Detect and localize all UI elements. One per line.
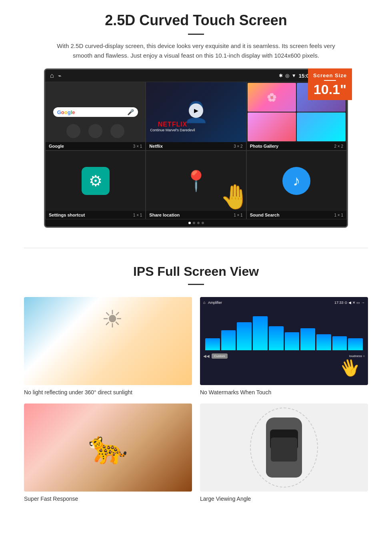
settings-app-name: Settings shortcut xyxy=(49,213,85,217)
netflix-app-size: 3 × 2 xyxy=(234,144,243,149)
maps-app-size: 1 × 1 xyxy=(234,213,243,217)
section1-description: With 2.5D curved-display screen, this de… xyxy=(56,41,336,60)
ghost-icon-2 xyxy=(88,124,102,138)
dot-4[interactable] xyxy=(202,222,204,224)
gallery-thumb-3 xyxy=(248,112,296,141)
feature-car: Large Viewing Angle xyxy=(200,403,368,502)
wifi-icon: ▼ xyxy=(292,73,296,78)
app-cell-settings[interactable]: ⚙ Settings shortcut 1 × 1 xyxy=(45,151,146,219)
eq-bar-8 xyxy=(316,334,331,350)
home-icon[interactable]: ⌂ xyxy=(50,72,54,79)
amp-custom-button[interactable]: Custom xyxy=(212,353,228,359)
settings-icon-circle: ⚙ xyxy=(82,167,110,195)
eq-bar-5 xyxy=(269,326,284,350)
usb-icon: ⌁ xyxy=(58,72,61,79)
maps-bg: 📍 🤚 xyxy=(146,151,246,211)
netflix-bg: NETFLIX Continue Marvel's Daredevil xyxy=(146,82,246,142)
google-app-name: Google xyxy=(49,144,64,149)
device-frame: ⌂ ⌁ ✱ ◎ ▼ 15:06 📷 🔊 ✕ ▭ xyxy=(44,68,348,228)
bluetooth-icon: ✱ xyxy=(279,73,283,78)
settings-bg: ⚙ xyxy=(46,151,145,211)
google-search-bar[interactable]: Google 🎤 xyxy=(53,107,138,117)
pagination-dots xyxy=(45,219,347,227)
amp-skip-icon: ◀◀ xyxy=(203,354,210,358)
section1-title: 2.5D Curved Touch Screen xyxy=(24,12,368,29)
gallery-app-name: Photo Gallery xyxy=(250,144,279,149)
app-cell-maps[interactable]: 📍 🤚 Share location 1 × 1 xyxy=(146,151,246,219)
app-grid-row2: ⚙ Settings shortcut 1 × 1 📍 🤚 xyxy=(45,151,347,219)
car-roof xyxy=(271,438,297,462)
google-cell-inner: Google 🎤 xyxy=(46,82,145,142)
car-body xyxy=(266,417,302,478)
feature-amplifier-image: ⌂ Amplifier 17:33 ⊙ ◀ ✕ ▭ → xyxy=(200,297,368,385)
section2-underline xyxy=(188,284,204,285)
section-divider xyxy=(24,248,368,248)
netflix-logo-overlay: NETFLIX Continue Marvel's Daredevil xyxy=(150,121,195,132)
netflix-label-row: Netflix 3 × 2 xyxy=(146,142,246,150)
feature-amplifier: ⌂ Amplifier 17:33 ⊙ ◀ ✕ ▭ → xyxy=(200,297,368,395)
amplifier-caption: No Watermarks When Touch xyxy=(200,389,368,395)
sound-bg: ♪ xyxy=(247,151,346,211)
google-logo: Google xyxy=(57,109,75,115)
netflix-subtitle: Continue Marvel's Daredevil xyxy=(150,128,195,132)
netflix-cell-inner: NETFLIX Continue Marvel's Daredevil xyxy=(146,82,246,142)
badge-size: 10.1" xyxy=(311,82,349,96)
amp-status: 17:33 ⊙ ◀ ✕ ▭ → xyxy=(334,301,365,305)
dot-2[interactable] xyxy=(193,222,195,224)
ghost-icon-3 xyxy=(110,124,124,138)
settings-cell-inner: ⚙ xyxy=(46,151,145,211)
app-cell-google[interactable]: Google 🎤 Google xyxy=(45,82,146,151)
amp-home-icon: ⌂ xyxy=(203,300,206,305)
feature-cheetah-image: 🐆 xyxy=(24,403,192,492)
app-grid-row1: Google 🎤 Google xyxy=(45,82,347,151)
sound-app-name: Sound Search xyxy=(250,213,280,217)
gallery-thumb-1: 🌸 xyxy=(248,83,296,112)
badge-title: Screen Size xyxy=(311,72,349,78)
sound-cell-inner: ♪ xyxy=(247,151,346,211)
google-bg: Google 🎤 xyxy=(46,82,145,142)
maps-logo-icon: 📍 xyxy=(184,169,208,193)
netflix-play-button[interactable] xyxy=(189,103,203,118)
device-mockup: Screen Size 10.1" ⌂ ⌁ ✱ ◎ ▼ 15:06 📷 🔊 ✕ … xyxy=(44,68,348,228)
dot-1[interactable] xyxy=(188,222,191,224)
amplifier-bg: ⌂ Amplifier 17:33 ⊙ ◀ ✕ ▭ → xyxy=(200,297,368,385)
feature-cheetah: 🐆 Super Fast Response xyxy=(24,403,192,502)
sun-rays-icon: ☀ xyxy=(102,305,123,333)
netflix-app-name: Netflix xyxy=(149,144,163,149)
eq-bar-1 xyxy=(205,338,220,350)
google-mic-icon[interactable]: 🎤 xyxy=(127,109,134,115)
eq-bar-3 xyxy=(237,322,252,350)
settings-app-size: 1 × 1 xyxy=(133,213,142,217)
eq-bar-2 xyxy=(221,330,236,350)
amp-footer: ◀◀ Custom loudness ○ xyxy=(203,353,365,359)
car-bg xyxy=(200,403,368,492)
title-underline-1 xyxy=(188,34,204,35)
eq-bar-10 xyxy=(348,338,363,350)
app-cell-sound[interactable]: ♪ Sound Search 1 × 1 xyxy=(246,151,347,219)
settings-gear-icon: ⚙ xyxy=(89,172,102,190)
google-label-row: Google 3 × 1 xyxy=(46,142,145,150)
feature-sunlight: ☀ No light reflecting under 360° direct … xyxy=(24,297,192,395)
amp-title: Amplifier xyxy=(208,301,332,305)
sound-label-row: Sound Search 1 × 1 xyxy=(247,211,346,219)
status-bar: ⌂ ⌁ ✱ ◎ ▼ 15:06 📷 🔊 ✕ ▭ xyxy=(45,70,347,82)
eq-bar-4 xyxy=(253,316,268,350)
sound-icon-circle: ♪ xyxy=(282,167,310,195)
sunlight-caption: No light reflecting under 360° direct su… xyxy=(24,389,192,395)
feature-sunlight-image: ☀ xyxy=(24,297,192,385)
gallery-thumb-4 xyxy=(297,112,346,141)
amp-equalizer xyxy=(203,310,365,350)
ghost-icon-1 xyxy=(66,124,80,138)
section2-title: IPS Full Screen View xyxy=(24,264,368,279)
amp-header: ⌂ Amplifier 17:33 ⊙ ◀ ✕ ▭ → xyxy=(203,300,365,305)
sunlight-bg: ☀ xyxy=(24,297,192,385)
eq-bar-7 xyxy=(300,328,315,350)
hand-touch-overlay: 🖐 xyxy=(337,355,362,380)
car-top-view xyxy=(260,411,308,484)
google-app-size: 3 × 1 xyxy=(133,144,142,149)
eq-bar-9 xyxy=(332,336,347,350)
badge-underline xyxy=(324,80,336,81)
dot-3[interactable] xyxy=(197,222,200,224)
app-cell-netflix[interactable]: NETFLIX Continue Marvel's Daredevil Netf… xyxy=(146,82,246,151)
gallery-label-row: Photo Gallery 2 × 2 xyxy=(247,142,346,150)
